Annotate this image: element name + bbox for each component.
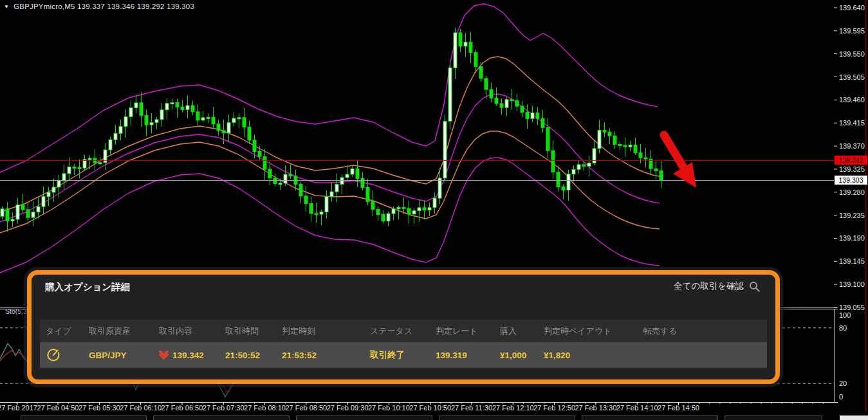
trade-time-cell: 21:50:52 (225, 351, 282, 360)
status-cell: 取引終了 (370, 349, 436, 361)
purchase-cell: ¥1,000 (500, 351, 544, 360)
down-direction-icon (159, 351, 169, 360)
table-header-row: タイプ 取引原資産 取引内容 取引時間 判定時刻 ステータス 判定レート 購入 … (40, 320, 767, 342)
trade-type-gauge-icon (46, 347, 61, 363)
trade-details-panel: 購入オプション詳細 全ての取引を確認 タイプ 取引原資産 取引内容 取引時間 判… (27, 270, 780, 384)
col-header-status: ステータス (370, 325, 436, 337)
col-header-payout: 判定時ペイアウト (544, 325, 643, 337)
payout-cell: ¥1,820 (544, 351, 643, 360)
asset-cell: GBP/JPY (89, 351, 159, 360)
entry-rate: 139.342 (172, 351, 204, 360)
col-header-judge-time: 判定時刻 (282, 325, 370, 337)
view-all-trades-link[interactable]: 全ての取引を確認 (674, 280, 760, 292)
judge-time-cell: 21:53:52 (282, 351, 370, 360)
trade-type-cell (46, 347, 89, 363)
judge-rate-cell: 139.319 (436, 351, 500, 360)
trading-app-window: ▼ GBPJPYmicro,M5 139.337 139.346 139.292… (0, 0, 868, 420)
view-all-trades-label: 全ての取引を確認 (674, 280, 744, 292)
search-icon[interactable] (749, 281, 760, 292)
col-header-asset: 取引原資産 (89, 325, 159, 337)
table-row[interactable]: GBP/JPY 139.342 21:50:52 21:53:52 取引終了 1… (40, 342, 767, 368)
col-header-type: タイプ (46, 325, 89, 337)
col-header-judge-rate: 判定レート (436, 325, 500, 337)
panel-title: 購入オプション詳細 (45, 281, 130, 293)
col-header-trade-time: 取引時間 (225, 325, 282, 337)
col-header-content: 取引内容 (159, 325, 225, 337)
trade-content-cell: 139.342 (159, 351, 225, 360)
col-header-purchase: 購入 (500, 325, 544, 337)
col-header-resell: 転売する (643, 325, 767, 337)
